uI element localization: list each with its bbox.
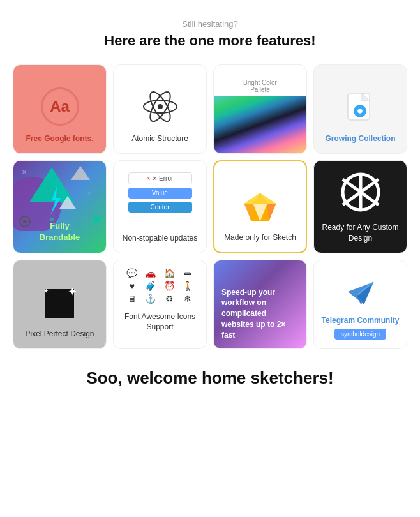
growing-label: Growing Collection — [326, 133, 396, 144]
telegram-icon — [345, 276, 377, 308]
icon-anchor: ⚓ — [142, 294, 158, 304]
svg-point-15 — [93, 216, 100, 223]
atom-icon — [141, 87, 179, 126]
card-brandable: ✕ ✕ FullyBrandable — [13, 160, 107, 253]
features-grid: Aa Free Google fonts. Atomic Structure B… — [13, 64, 407, 349]
card-custom: Ready for Any Custom Design — [313, 160, 407, 253]
value-tag: Value — [128, 188, 192, 199]
anarchy-icon — [338, 170, 383, 214]
card-updates: ✕ Error Value Center Non-stopable update… — [113, 160, 207, 253]
pixel-sparkle-small: ✦ — [43, 287, 49, 294]
color-top-label: Bright ColorPallete — [241, 74, 280, 93]
card-growing: Growing Collection — [313, 64, 407, 154]
sketch-label: Made only for Sketch — [224, 232, 296, 243]
speed-label: Speed-up your workflow on complicated we… — [221, 287, 299, 341]
pixel-label: Pixel Perfect Design — [25, 329, 94, 340]
svg-marker-9 — [71, 166, 90, 180]
updates-label: Non-stopable updates — [123, 233, 197, 244]
svg-point-6 — [358, 109, 362, 113]
header-subtitle: Still hesitating? — [104, 19, 315, 29]
svg-text:✕: ✕ — [87, 190, 92, 197]
svg-point-0 — [158, 104, 163, 109]
icon-suitcase: 🧳 — [142, 281, 158, 291]
pixel-sparkle: ✦ — [68, 286, 77, 297]
icon-clock: ⏰ — [161, 281, 177, 291]
telegram-label: Telegram Community — [322, 315, 400, 326]
telegram-badge: symboldesign — [334, 329, 386, 340]
card-pixel: ✦ ✦ Pixel Perfect Design — [13, 260, 107, 349]
custom-label: Ready for Any Custom Design — [320, 222, 400, 244]
center-tag: Center — [128, 202, 192, 213]
growing-icon — [343, 91, 378, 126]
icon-wechat: 💬 — [124, 268, 140, 278]
icon-heart: ♥ — [124, 281, 140, 291]
updates-ui: ✕ Error Value Center — [128, 172, 192, 213]
card-speed: Speed-up your workflow on complicated we… — [213, 260, 307, 349]
icon-bed: 🛏 — [180, 268, 196, 278]
card-sketch: Made only for Sketch — [213, 160, 307, 253]
header-section: Still hesitating? Here are the one more … — [104, 19, 315, 49]
card-google-fonts: Aa Free Google fonts. — [13, 64, 107, 154]
card-color: Bright ColorPallete — [213, 64, 307, 154]
google-fonts-icon: Aa — [41, 87, 79, 126]
color-image — [214, 96, 306, 153]
fonts-label: Font Awesome Icons Support — [120, 311, 200, 333]
card-telegram: Telegram Community symboldesign — [313, 260, 407, 349]
card-fonts: 💬 🚗 🏠 🛏 ♥ 🧳 ⏰ 🚶 🖥 ⚓ ♻ ❄ Font Awesome Ico… — [113, 260, 207, 349]
font-icons: 💬 🚗 🏠 🛏 ♥ 🧳 ⏰ 🚶 🖥 ⚓ ♻ ❄ — [124, 268, 196, 304]
svg-point-14 — [23, 220, 27, 223]
brandable-label: FullyBrandable — [40, 220, 80, 243]
icon-car: 🚗 — [142, 268, 158, 278]
google-fonts-label: Free Google fonts. — [26, 133, 93, 144]
icon-person: 🚶 — [180, 281, 196, 291]
icon-snowflake: ❄ — [180, 294, 196, 304]
svg-text:✕: ✕ — [21, 168, 27, 177]
icon-recycle: ♻ — [161, 294, 177, 304]
icon-monitor: 🖥 — [124, 294, 140, 304]
card-atomic: Atomic Structure — [113, 64, 207, 154]
pixel-icon-container: ✦ ✦ — [42, 286, 77, 321]
atomic-label: Atomic Structure — [131, 133, 188, 144]
footer-text: Soo, welcome home sketchers! — [86, 368, 333, 388]
sketch-icon — [243, 190, 278, 225]
error-tag: ✕ Error — [128, 172, 192, 184]
header-title: Here are the one more features! — [104, 33, 315, 49]
icon-home: 🏠 — [161, 268, 177, 278]
